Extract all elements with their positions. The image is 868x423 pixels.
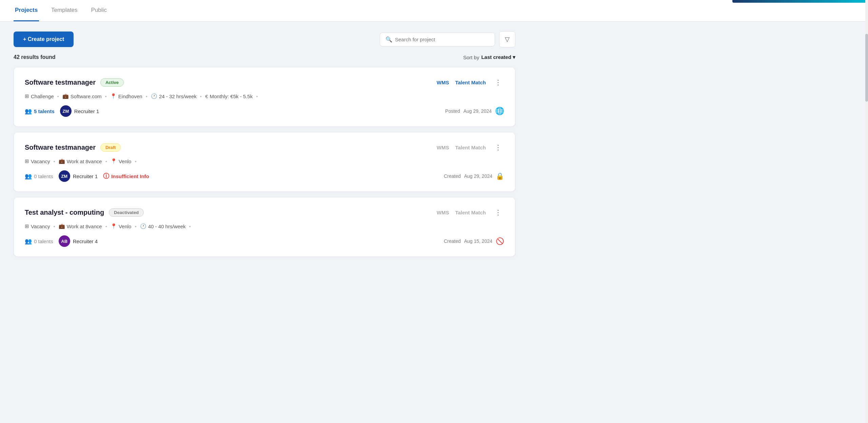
meta-item: € Monthly: €5k - 5.5k xyxy=(205,93,253,99)
filter-button[interactable]: ▽ xyxy=(499,31,515,47)
recruiter-row: ZM Recruiter 1 xyxy=(59,170,98,182)
meta-separator: • xyxy=(135,158,136,164)
recruiter-row: ZM Recruiter 1 xyxy=(60,105,99,117)
more-button[interactable]: ⋮ xyxy=(492,77,504,88)
recruiter-name: Recruiter 1 xyxy=(74,108,99,114)
filter-icon: ▽ xyxy=(505,36,510,43)
wms-link: WMS xyxy=(437,210,449,215)
meta-icon: 🕐 xyxy=(151,93,157,99)
meta-item: 🕐 40 - 40 hrs/week xyxy=(140,223,186,229)
meta-icon: 💼 xyxy=(62,93,69,99)
meta-item: ⊞ Challenge xyxy=(25,93,54,99)
meta-text: Eindhoven xyxy=(118,93,142,99)
meta-text: Venlo xyxy=(119,158,132,164)
meta-item: ⊞ Vacancy xyxy=(25,158,50,164)
talent-match-link: Talent Match xyxy=(455,210,486,215)
recruiter-row: AB Recruiter 4 xyxy=(59,235,98,247)
meta-text: Monthly: €5k - 5.5k xyxy=(210,93,253,99)
avatar: ZM xyxy=(60,105,72,117)
scrollbar-thumb[interactable] xyxy=(865,34,868,102)
scrollbar-track[interactable] xyxy=(865,0,868,423)
meta-text: Challenge xyxy=(31,93,54,99)
accent-bar xyxy=(732,0,868,3)
public-icon: 🌐 xyxy=(495,107,504,115)
recruiter-name: Recruiter 1 xyxy=(73,173,98,179)
meta-separator: • xyxy=(200,93,202,99)
tab-bar: Projects Templates Public xyxy=(0,0,868,22)
meta-icon: ⊞ xyxy=(25,223,29,229)
meta-separator: • xyxy=(146,93,147,99)
talents-link[interactable]: 👥5 talents xyxy=(25,108,55,115)
card-actions: WMS Talent Match ⋮ xyxy=(437,77,504,88)
project-title: Software testmanager xyxy=(25,79,96,86)
meta-text: Software.com xyxy=(71,93,102,99)
card-footer: 👥0 talents AB Recruiter 4 Created Aug 15… xyxy=(25,235,504,247)
meta-separator: • xyxy=(53,158,55,164)
meta-item: 💼 Software.com xyxy=(62,93,102,99)
tab-templates[interactable]: Templates xyxy=(50,0,79,21)
tab-public[interactable]: Public xyxy=(90,0,108,21)
create-project-button[interactable]: + Create project xyxy=(14,31,74,47)
card-header: Software testmanager Active WMS Talent M… xyxy=(25,77,504,88)
meta-item: 💼 Work at 8vance xyxy=(59,223,102,229)
status-badge: Deactivated xyxy=(109,208,144,217)
meta-item: 💼 Work at 8vance xyxy=(59,158,102,164)
meta-text: Venlo xyxy=(119,224,132,229)
status-badge: Active xyxy=(100,78,124,87)
search-box: 🔍 xyxy=(380,33,495,46)
meta-icon: 📍 xyxy=(110,93,117,99)
wms-link[interactable]: WMS xyxy=(437,80,449,85)
card-header: Software testmanager Draft WMS Talent Ma… xyxy=(25,142,504,153)
meta-separator: • xyxy=(105,158,107,164)
meta-text: Vacancy xyxy=(31,224,50,229)
meta-text: 24 - 32 hrs/week xyxy=(159,93,197,99)
meta-icon: € xyxy=(205,93,208,99)
card-meta: ⊞ Vacancy • 💼 Work at 8vance • 📍 Venlo •… xyxy=(25,223,504,229)
meta-item: 🕐 24 - 32 hrs/week xyxy=(151,93,197,99)
avatar: ZM xyxy=(59,170,70,182)
talents-count: 👥0 talents xyxy=(25,173,53,180)
project-card: Test analyst - computing Deactivated WMS… xyxy=(14,197,515,257)
talent-match-link: Talent Match xyxy=(455,145,486,150)
card-footer-right: Created Aug 29, 2024 🔒 xyxy=(444,172,504,180)
meta-icon: 💼 xyxy=(59,158,65,164)
card-footer-right: Created Aug 15, 2024 🚫 xyxy=(444,237,504,245)
tab-projects[interactable]: Projects xyxy=(14,0,39,21)
meta-separator: • xyxy=(135,224,136,229)
date-value: Aug 15, 2024 xyxy=(464,238,492,244)
toolbar: + Create project 🔍 ▽ xyxy=(14,31,515,47)
more-button[interactable]: ⋮ xyxy=(492,207,504,218)
search-input[interactable] xyxy=(395,37,489,42)
main-content: + Create project 🔍 ▽ 42 results found So… xyxy=(0,22,529,272)
sort-label: Sort by xyxy=(463,55,479,60)
card-meta: ⊞ Vacancy • 💼 Work at 8vance • 📍 Venlo • xyxy=(25,158,504,164)
project-title: Test analyst - computing xyxy=(25,209,104,216)
talents-count: 👥0 talents xyxy=(25,238,53,245)
card-actions: WMS Talent Match ⋮ xyxy=(437,142,504,153)
status-badge: Draft xyxy=(100,143,121,152)
card-footer-left: 👥0 talents ZM Recruiter 1 ⓘ Insufficient… xyxy=(25,170,149,182)
talents-icon: 👥 xyxy=(25,238,32,245)
talent-match-link[interactable]: Talent Match xyxy=(455,80,486,85)
sort-row: Sort by Last created ▾ xyxy=(463,54,515,60)
meta-text: Vacancy xyxy=(31,158,50,164)
date-label: Created xyxy=(444,238,461,244)
date-value: Aug 29, 2024 xyxy=(463,108,492,114)
meta-separator: • xyxy=(105,224,107,229)
meta-text: Work at 8vance xyxy=(67,158,102,164)
project-title: Software testmanager xyxy=(25,144,96,151)
meta-text: 40 - 40 hrs/week xyxy=(148,224,186,229)
sort-value[interactable]: Last created ▾ xyxy=(481,54,515,60)
meta-separator: • xyxy=(57,93,59,99)
deactivated-icon: 🚫 xyxy=(496,237,504,245)
more-button[interactable]: ⋮ xyxy=(492,142,504,153)
card-footer-left: 👥0 talents AB Recruiter 4 xyxy=(25,235,98,247)
card-footer: 👥0 talents ZM Recruiter 1 ⓘ Insufficient… xyxy=(25,170,504,182)
project-card: Software testmanager Active WMS Talent M… xyxy=(14,67,515,127)
results-row: 42 results found Sort by Last created ▾ xyxy=(14,54,515,60)
info-icon: ⓘ xyxy=(103,172,109,180)
date-value: Aug 29, 2024 xyxy=(464,173,492,179)
meta-separator: • xyxy=(256,93,258,99)
meta-separator: • xyxy=(105,93,107,99)
meta-item: 📍 Venlo xyxy=(111,158,132,164)
